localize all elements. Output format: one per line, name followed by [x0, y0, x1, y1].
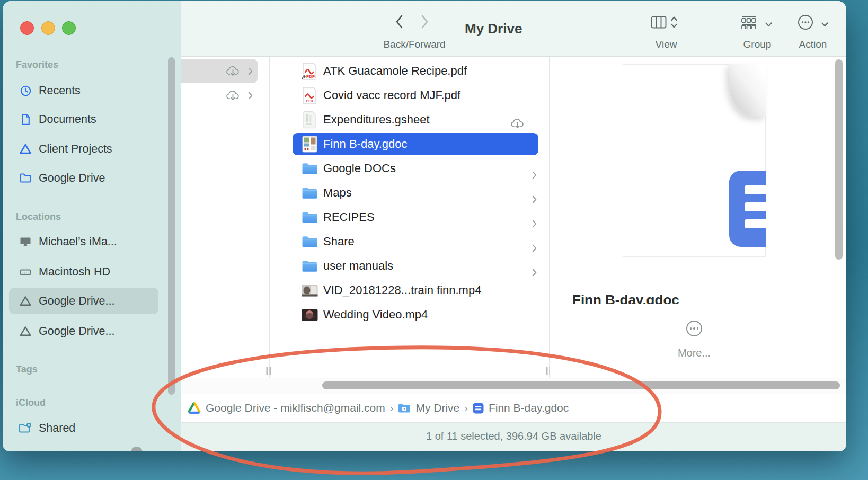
parent-column-row[interactable]	[181, 59, 258, 83]
sidebar-item-label: Client Projects	[39, 143, 112, 156]
file-name: Maps	[323, 186, 352, 200]
clock-icon	[19, 84, 32, 97]
gdoc-icon	[473, 403, 484, 414]
file-row-vid-20181228-train-finn-mp4[interactable]: VID_20181228...train finn.mp4	[269, 278, 549, 303]
hdd-icon	[19, 265, 32, 279]
sidebar-item-recents[interactable]: Recents	[9, 77, 158, 104]
sidebar-item-michael-s-ima[interactable]: Michael’s iMa...	[9, 228, 158, 255]
path-segment-label: My Drive	[415, 402, 459, 414]
close-button[interactable]	[20, 21, 34, 35]
preview-info-edge	[564, 304, 564, 380]
zoom-button[interactable]	[62, 21, 76, 35]
file-name: ATK Guacamole Recipe.pdf	[323, 64, 467, 78]
sidebar-item-label: Shared	[39, 422, 75, 435]
window-title: My Drive	[465, 21, 522, 37]
action-chevron-icon[interactable]	[821, 20, 828, 29]
column-resize-handle[interactable]	[267, 367, 272, 375]
svg-text:PDF: PDF	[306, 99, 314, 103]
path-separator: ›	[390, 402, 394, 414]
path-segment-google-drive-miklfisch-gmail-com[interactable]: Google Drive - miklfisch@gmail.com	[188, 402, 385, 414]
chevron-right-icon	[248, 67, 253, 75]
file-row-google-docs[interactable]: Google DOCs	[269, 156, 549, 181]
file-name: Share	[323, 235, 355, 248]
sidebar-item-label: Google Drive...	[39, 295, 114, 308]
preview-caption: Finn B-day.gdoc	[572, 292, 679, 304]
previous-column	[181, 57, 269, 378]
sidebar-item-macintosh-hd[interactable]: Macintosh HD	[9, 259, 158, 285]
forward-button[interactable]	[421, 15, 429, 31]
pdf-icon: PDF	[301, 86, 318, 105]
action-icon[interactable]	[798, 14, 813, 32]
svg-text:PDF: PDF	[306, 74, 315, 79]
sidebar-item-label: Macintosh HD	[39, 265, 110, 279]
sidebar-item-documents[interactable]: Documents	[9, 106, 158, 132]
cloud-download-icon	[226, 90, 240, 102]
file-row-share[interactable]: Share	[269, 229, 549, 254]
file-row-recipes[interactable]: RECIPES	[269, 205, 549, 229]
sidebar-scrollbar[interactable]	[168, 57, 175, 395]
video-thumbnail-icon	[301, 281, 318, 300]
path-segment-finn-b-day-gdoc[interactable]: Finn B-day.gdoc	[473, 402, 569, 414]
path-segment-label: Google Drive - miklfisch@gmail.com	[206, 402, 385, 414]
sidebar-item-label: Recents	[39, 84, 81, 97]
imac-icon	[19, 235, 32, 248]
file-name: user manuals	[323, 259, 393, 273]
folder-icon	[301, 256, 318, 275]
path-separator: ›	[464, 402, 468, 414]
sidebar-item-google-drive[interactable]: Google Drive	[9, 165, 158, 191]
folder-icon	[301, 183, 318, 202]
file-row-wedding-video-mp4[interactable]: Wedding Video.mp4	[269, 303, 549, 327]
blue-folder-icon	[398, 403, 411, 413]
file-name: RECIPES	[323, 210, 375, 224]
finder-window: FavoritesRecentsDocumentsClient Projects…	[3, 1, 846, 451]
preview-scrollbar[interactable]	[835, 59, 843, 260]
status-text: 1 of 11 selected, 396.94 GB available	[426, 430, 601, 442]
document-icon	[19, 112, 32, 126]
sidebar-item-google-drive[interactable]: Google Drive...	[9, 288, 158, 314]
sidebar-item-label: Michael’s iMa...	[39, 235, 117, 248]
preview-divider	[562, 304, 846, 304]
toolbar: Back/Forward My Drive View Group Action …	[181, 1, 846, 57]
parent-column-row[interactable]	[181, 83, 269, 108]
sidebar-section-label: Locations	[16, 211, 61, 223]
gdoc-thumbnail-icon	[301, 135, 318, 154]
shared-folder-icon	[19, 421, 32, 435]
sidebar-item-client-projects[interactable]: Client Projects	[9, 136, 158, 162]
file-row-atk-guacamole-recipe-pdf[interactable]: PDFATK Guacamole Recipe.pdf	[269, 59, 549, 83]
pdf-badge-icon: PDF	[301, 61, 318, 81]
view-columns-icon[interactable]	[651, 16, 667, 31]
preview-pane: Finn B-day.gdoc More...	[550, 57, 846, 378]
group-icon[interactable]	[741, 15, 759, 31]
sidebar-section-label: iCloud	[16, 397, 46, 408]
cloud-download-icon	[509, 114, 526, 133]
cloud-download-icon	[226, 65, 240, 77]
minimize-button[interactable]	[41, 21, 55, 35]
back-button[interactable]	[395, 15, 403, 31]
gdoc-logo	[729, 171, 809, 247]
sidebar-item-google-drive[interactable]: Google Drive...	[9, 318, 158, 344]
file-name: Wedding Video.mp4	[323, 308, 428, 322]
column-divider	[269, 57, 270, 378]
more-button[interactable]: More...	[662, 347, 726, 359]
file-row-covid-vacc-record-mjf-pdf[interactable]: PDFCovid vacc record MJF.pdf	[269, 83, 549, 108]
group-label: Group	[743, 39, 772, 50]
file-row-user-manuals[interactable]: user manuals	[269, 254, 549, 278]
group-chevron-icon[interactable]	[765, 20, 772, 29]
sidebar-item-label: Google Drive	[39, 172, 105, 185]
horizontal-scrollbar[interactable]	[322, 381, 840, 389]
sidebar-item-label: Google Drive...	[39, 325, 114, 338]
file-name: VID_20181228...train finn.mp4	[323, 283, 481, 297]
folder-outline-icon	[19, 171, 32, 185]
view-stepper-icon[interactable]	[670, 15, 678, 32]
action-label: Action	[799, 39, 827, 50]
sidebar-item-shared[interactable]: Shared	[9, 415, 158, 441]
more-ellipsis-icon[interactable]	[686, 321, 702, 336]
file-row-finn-b-day-gdoc[interactable]: Finn B-day.gdoc	[269, 132, 549, 156]
path-segment-my-drive[interactable]: My Drive	[398, 402, 459, 414]
video-thumbnail-dark-icon	[301, 305, 318, 324]
sidebar-item-label: Documents	[39, 113, 96, 126]
chevron-right-icon	[248, 92, 253, 100]
file-row-maps[interactable]: Maps	[269, 181, 549, 205]
folder-icon	[301, 208, 318, 227]
file-row-expenditures-gsheet[interactable]: Expenditures.gsheet	[269, 108, 549, 132]
